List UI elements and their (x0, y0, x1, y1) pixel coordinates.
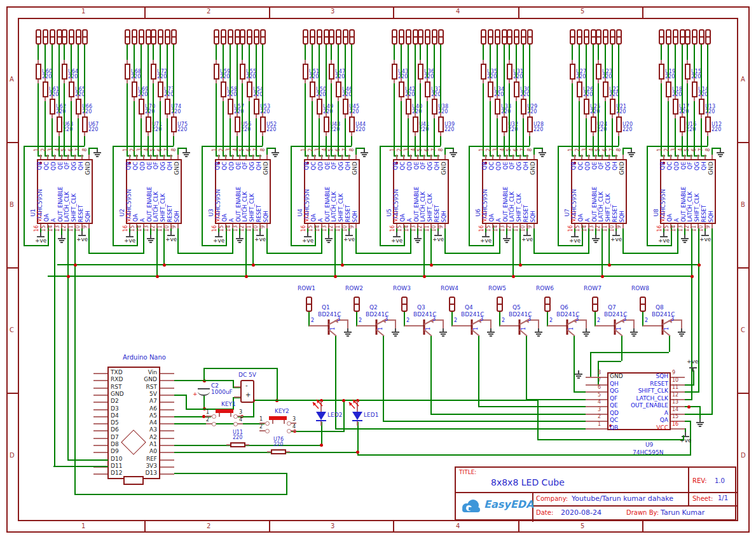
resistor[interactable] (228, 99, 233, 115)
pin-number: 4 (322, 148, 327, 151)
pin-line (286, 451, 290, 452)
resistor[interactable] (317, 99, 322, 115)
resistor[interactable] (139, 99, 144, 115)
resistor[interactable] (43, 81, 48, 97)
resistor[interactable] (584, 99, 589, 115)
resistor[interactable] (69, 81, 74, 97)
resistor[interactable] (507, 64, 512, 80)
resistor[interactable] (310, 81, 315, 97)
led[interactable] (351, 407, 364, 423)
resistor[interactable] (591, 116, 596, 132)
schematic-canvas[interactable]: TITLE: 8x8x8 LED Cube REV: 1.0 Company: … (0, 0, 756, 539)
connector-pin-mark (515, 36, 518, 38)
resistor[interactable] (399, 81, 404, 97)
resistor[interactable] (343, 99, 348, 115)
pin-number: 6 (247, 148, 252, 151)
resistor[interactable] (171, 116, 177, 132)
pin-number: 16 (672, 422, 678, 427)
resistor[interactable] (132, 81, 137, 97)
wire (24, 146, 85, 147)
pin-line (586, 377, 607, 378)
resistor[interactable] (260, 116, 266, 132)
resistor[interactable] (235, 116, 240, 132)
vplus-label: +ve (302, 238, 313, 244)
resistor[interactable] (62, 64, 67, 80)
pin-line (483, 80, 484, 83)
resistor[interactable] (692, 81, 698, 97)
resistor[interactable] (254, 99, 259, 115)
resistor[interactable] (392, 64, 397, 80)
resistor[interactable] (514, 81, 519, 97)
resistor[interactable] (240, 64, 245, 80)
resistor[interactable] (521, 99, 526, 115)
resistor[interactable] (214, 64, 219, 80)
resistor[interactable] (221, 81, 226, 97)
pin-line (156, 155, 158, 159)
resistor[interactable] (324, 116, 329, 132)
wire (478, 340, 479, 406)
resistor[interactable] (488, 81, 493, 97)
resistor[interactable] (438, 116, 444, 132)
pin-line (396, 155, 397, 159)
resistor[interactable] (570, 64, 575, 80)
border-tick (6, 393, 18, 394)
pin-line (160, 402, 174, 403)
pin-name: LATCH_CLK (420, 192, 426, 222)
resistor[interactable] (666, 81, 671, 97)
pushbutton-key2[interactable] (263, 414, 292, 433)
resistor[interactable] (271, 449, 286, 454)
resistor[interactable] (406, 99, 411, 115)
pin-line (266, 155, 268, 159)
resistor[interactable] (413, 116, 418, 132)
resistor[interactable] (502, 116, 507, 132)
resistor[interactable] (165, 99, 170, 115)
capacitor[interactable] (197, 382, 223, 398)
pushbutton-key1[interactable] (210, 407, 239, 426)
resistor[interactable] (151, 64, 156, 80)
resistor[interactable] (616, 116, 622, 132)
border-tick (738, 393, 750, 394)
resistor[interactable] (36, 64, 41, 80)
ground-icon (490, 335, 492, 337)
resistor[interactable] (82, 116, 88, 132)
border-tick (269, 6, 270, 18)
resistor[interactable] (146, 116, 151, 132)
resistor[interactable] (481, 64, 486, 80)
led[interactable] (315, 407, 327, 423)
resistor[interactable] (527, 116, 533, 132)
resistor[interactable] (303, 64, 308, 80)
resistor[interactable] (659, 64, 664, 80)
resistor[interactable] (673, 99, 678, 115)
resistor[interactable] (685, 64, 691, 80)
resistor[interactable] (432, 99, 437, 115)
resistor[interactable] (336, 81, 341, 97)
resistor[interactable] (603, 81, 608, 97)
resistor[interactable] (349, 116, 355, 132)
resistor[interactable] (596, 64, 601, 80)
resistor[interactable] (57, 116, 62, 132)
pin-name: SHIFT_CLK (427, 193, 433, 222)
resistor[interactable] (680, 116, 685, 132)
resistor[interactable] (329, 64, 334, 80)
pin-line (586, 319, 587, 328)
resistor[interactable] (247, 81, 252, 97)
resistor[interactable] (610, 99, 615, 115)
resistor[interactable] (418, 64, 423, 80)
pin-number: 1 (34, 148, 39, 151)
border-row-label: A (10, 76, 14, 83)
resistor[interactable] (50, 99, 55, 115)
ground-icon (584, 333, 589, 335)
wire (612, 45, 613, 95)
resistor[interactable] (699, 99, 704, 115)
connector-pin-mark (706, 36, 710, 38)
resistor[interactable] (577, 81, 582, 97)
component-part: BD241C (604, 312, 628, 318)
resistor[interactable] (158, 81, 163, 97)
resistor[interactable] (76, 99, 81, 115)
resistor[interactable] (495, 99, 500, 115)
resistor[interactable] (425, 81, 430, 97)
pin-line (93, 380, 107, 381)
resistor[interactable] (125, 64, 130, 80)
resistor[interactable] (705, 116, 711, 132)
resistor[interactable] (230, 442, 245, 447)
